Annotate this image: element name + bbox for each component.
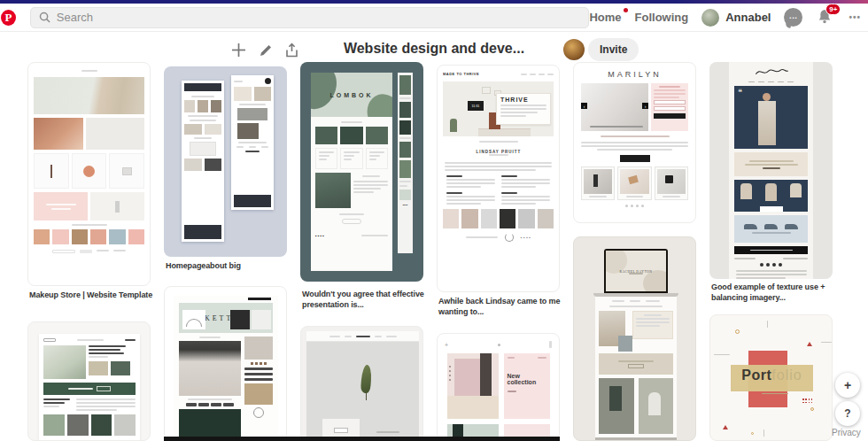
nav-following[interactable]: Following: [635, 11, 689, 24]
product-card: [72, 153, 107, 189]
notifications-bell[interactable]: 9+: [816, 8, 835, 27]
search-bar[interactable]: [30, 7, 590, 28]
marilyn-signup-panel: [651, 83, 688, 131]
pin-texture-example[interactable]: ❝: [709, 62, 833, 279]
thrive-person-name: LINDSAY PRUITT: [476, 150, 521, 154]
homepage-mockup-right: [231, 75, 274, 210]
product-card: [34, 153, 69, 189]
makeup-hero-photo: [34, 77, 144, 114]
new-collection-card: New collection: [504, 353, 550, 419]
more-options-icon[interactable]: •••: [849, 12, 861, 22]
pin-marilyn[interactable]: MARILYN ‹ ›: [573, 62, 696, 223]
shoes-section: [734, 215, 808, 243]
pin-new-collection[interactable]: + New collection: [437, 333, 560, 441]
pin-kettle[interactable]: KETTLE: [164, 286, 287, 441]
lombok-mobile-mockup: ▪▪▪▪: [398, 73, 413, 253]
thrive-clock: 11:31: [468, 101, 484, 111]
product-card: [109, 153, 144, 189]
nav-home[interactable]: Home: [589, 11, 621, 24]
create-pin-fab[interactable]: +: [835, 373, 860, 398]
pin-caption[interactable]: Awhile back Lindsay came to me wanting t…: [438, 296, 573, 317]
share-board-icon[interactable]: [284, 43, 299, 58]
texture-mockup: ❝: [729, 62, 813, 279]
pin-caption[interactable]: Good example of texture use + balancing …: [711, 282, 846, 303]
bottom-dark-strip: [164, 437, 560, 441]
thrive-hero-card: THRIVE: [496, 93, 551, 125]
thrive-brand: MADE TO THRIVE: [443, 72, 479, 76]
gold-dot: [810, 407, 814, 411]
signup-button: [654, 113, 686, 119]
script-logo: [753, 66, 790, 78]
notification-badge: 9+: [825, 4, 841, 15]
quote-mark: ❝: [738, 88, 742, 97]
carousel-prev-icon: ‹: [581, 103, 587, 109]
rachel-site-title: RACHEL DAYTON: [620, 270, 653, 274]
lombok-mockup: LOMBOK ▪▪▪▪: [311, 73, 392, 271]
red-triangle: [807, 342, 812, 346]
kettle-dark-photo: [179, 409, 241, 439]
board-owner-avatar[interactable]: [563, 39, 585, 60]
help-fab[interactable]: ?: [835, 401, 860, 426]
lombok-header: LOMBOK: [311, 73, 392, 117]
portfolio-title-band: Portfolio: [731, 365, 813, 391]
invite-button[interactable]: Invite: [588, 38, 639, 61]
homepage-mockup-left: [182, 81, 224, 242]
pin-makeup-store[interactable]: [27, 62, 151, 286]
pinterest-logo-icon[interactable]: P: [1, 10, 16, 26]
gold-dot: [751, 432, 754, 435]
green-site-mockup: [39, 334, 140, 441]
pin-homepageabout[interactable]: [164, 66, 287, 257]
makeup-photo-model: [34, 118, 83, 150]
user-avatar[interactable]: [701, 9, 719, 27]
username-label[interactable]: Annabel: [725, 11, 771, 24]
marilyn-product-row: [581, 166, 688, 200]
swatch-row: [34, 229, 144, 244]
pin-leaf-site[interactable]: [300, 326, 423, 441]
leaf-site-mockup: [306, 331, 419, 441]
header-right-nav: Home Following Annabel ••• 9+ •••: [589, 8, 868, 27]
home-new-dot: [624, 8, 628, 12]
rachel-site-body: [595, 297, 677, 441]
marilyn-site-title: MARILYN: [581, 70, 688, 79]
search-input[interactable]: [57, 11, 570, 24]
marilyn-cta-button: [620, 155, 650, 162]
thrive-feature-grid: [443, 175, 554, 205]
laptop-screen: RACHEL DAYTON: [604, 249, 668, 293]
portfolio-title-bold: Port: [741, 368, 771, 383]
pin-caption[interactable]: Wouldn't you agree that effective presen…: [302, 289, 437, 310]
rachel-photo-row: [599, 378, 673, 434]
pin-caption[interactable]: Homepageabout big: [166, 260, 300, 271]
marilyn-hero-photo: ‹ ›: [581, 83, 648, 131]
kettle-feature-photo: [179, 341, 241, 396]
kettle-header: KETTLE: [179, 303, 273, 333]
pin-portfolio[interactable]: Portfolio: [709, 314, 833, 441]
pin-thrive[interactable]: MADE TO THRIVE 11:31 THRIVE LINDSAY PRUI…: [437, 65, 560, 292]
search-icon: [39, 12, 50, 23]
pin-green-site[interactable]: [27, 321, 151, 441]
plant-graphic: [450, 119, 457, 132]
privacy-link[interactable]: Privacy: [832, 428, 861, 437]
edit-board-icon[interactable]: [259, 43, 273, 58]
red-triangle: [723, 425, 728, 429]
texture-hero-photo: ❝: [734, 86, 808, 149]
carousel-next-icon: ›: [642, 103, 648, 109]
pin-lombok[interactable]: LOMBOK ▪▪▪▪: [300, 62, 423, 282]
messages-icon[interactable]: •••: [784, 8, 802, 27]
pink-promo-card: [34, 192, 88, 220]
texture-figure-tiles: [734, 180, 808, 211]
kettle-sidebar: [244, 337, 273, 439]
add-pin-icon[interactable]: [230, 42, 247, 58]
gold-dot: [735, 329, 740, 334]
hero-collage-photo: [43, 345, 86, 379]
board-title: Website design and deve...: [0, 41, 868, 57]
board-header: Website design and deve... Invite: [0, 35, 868, 66]
thrive-hero-title: THRIVE: [500, 97, 546, 103]
pin-caption[interactable]: Makeup Store | Website Template: [29, 290, 164, 300]
photo-grid-row: [43, 414, 136, 436]
pin-rachel-laptop[interactable]: RACHEL DAYTON: [573, 236, 696, 441]
leaf-graphic: [360, 365, 372, 394]
texture-cta-button: [760, 206, 783, 212]
new-collection-label: New collection: [508, 373, 546, 385]
bottle-card: [90, 192, 144, 220]
loader-arc: [505, 233, 514, 242]
